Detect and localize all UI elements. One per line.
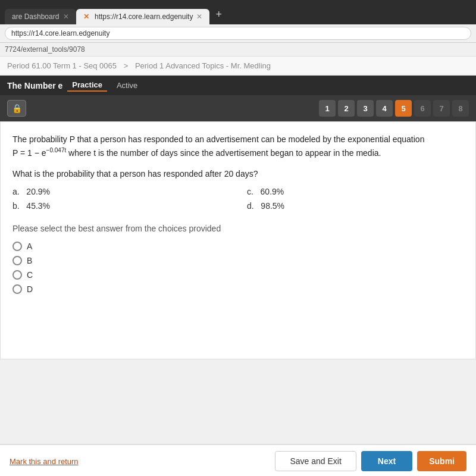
edgenuity-icon: ✕ — [83, 12, 89, 21]
q-num-4[interactable]: 4 — [376, 100, 393, 117]
tab-dashboard-label: are Dashboard — [12, 12, 59, 21]
bottom-right-buttons: Save and Exit Next Submi — [275, 451, 466, 471]
choice-b-text: 45.3% — [26, 201, 50, 211]
choice-c-text: 60.9% — [261, 187, 284, 196]
radio-label-C: C — [27, 270, 33, 280]
tab-edgenuity[interactable]: ✕ https://r14.core.learn.edgenuity ✕ — [76, 9, 209, 24]
bottom-bar: Mark this and return Save and Exit Next … — [0, 444, 476, 476]
choice-b-label: b. — [12, 201, 20, 211]
radio-options: A B C D — [12, 242, 464, 294]
page-content: 7724/external_tools/9078 Period 61.00 Te… — [0, 43, 476, 476]
quiz-header: The Number e Practice Active — [0, 76, 476, 95]
exponent: −0.047t — [46, 147, 67, 154]
browser-chrome: are Dashboard ✕ ✕ https://r14.core.learn… — [0, 0, 476, 43]
save-exit-button[interactable]: Save and Exit — [275, 451, 356, 471]
question-area: The probability P that a person has resp… — [0, 121, 476, 359]
choice-a-label: a. — [12, 187, 20, 196]
address-bar — [0, 24, 476, 43]
radio-label-A: A — [27, 242, 32, 251]
radio-circle-C — [12, 270, 22, 280]
tab-practice[interactable]: Practice — [67, 79, 107, 92]
q-num-1[interactable]: 1 — [319, 100, 336, 117]
tab-edgenuity-close[interactable]: ✕ — [196, 12, 202, 21]
q-num-8[interactable]: 8 — [452, 100, 469, 117]
radio-label-B: B — [27, 256, 32, 265]
q-num-6[interactable]: 6 — [414, 100, 431, 117]
radio-A[interactable]: A — [12, 242, 464, 251]
choice-d-label: d. — [247, 201, 254, 211]
radio-circle-B — [12, 256, 22, 265]
sub-question: What is the probability that a person ha… — [12, 169, 464, 178]
choice-a-text: 20.9% — [26, 187, 50, 196]
breadcrumb: Period 61.00 Term 1 - Seq 0065 > Period … — [0, 57, 476, 76]
q-num-5[interactable]: 5 — [395, 100, 412, 117]
lock-icon[interactable]: 🔒 — [7, 100, 26, 117]
quiz-title: The Number e — [7, 81, 62, 90]
next-button[interactable]: Next — [361, 451, 412, 471]
radio-B[interactable]: B — [12, 256, 464, 265]
choice-b: b. 45.3% — [12, 200, 229, 212]
new-tab-button[interactable]: + — [209, 5, 228, 24]
address-input[interactable] — [5, 27, 471, 40]
question-description: The probability P that a person has resp… — [12, 133, 464, 159]
description-line3: where t is the number of days since the … — [66, 148, 381, 158]
q-num-3[interactable]: 3 — [357, 100, 374, 117]
tab-edgenuity-label: https://r14.core.learn.edgenuity — [95, 12, 193, 21]
submit-button[interactable]: Submi — [417, 451, 466, 471]
tab-bar: are Dashboard ✕ ✕ https://r14.core.learn… — [0, 0, 476, 24]
radio-C[interactable]: C — [12, 270, 464, 280]
choice-d: d. 98.5% — [247, 200, 464, 212]
question-numbers: 1 2 3 4 5 6 7 8 — [319, 100, 469, 117]
tab-active[interactable]: Active — [112, 80, 142, 91]
tab-dashboard[interactable]: are Dashboard ✕ — [5, 9, 76, 24]
mark-return-link[interactable]: Mark this and return — [10, 457, 79, 466]
choice-a: a. 20.9% — [12, 186, 229, 198]
quiz-toolbar: 🔒 1 2 3 4 5 6 7 8 — [0, 95, 476, 121]
q-num-2[interactable]: 2 — [338, 100, 355, 117]
choice-c: c. 60.9% — [247, 186, 464, 198]
select-prompt: Please select the best answer from the c… — [12, 224, 464, 233]
radio-label-D: D — [27, 284, 33, 294]
quiz-container: The Number e Practice Active 🔒 1 2 3 4 5… — [0, 76, 476, 359]
radio-circle-A — [12, 242, 22, 251]
choice-d-text: 98.5% — [261, 201, 284, 211]
radio-D[interactable]: D — [12, 284, 464, 294]
tab-dashboard-close[interactable]: ✕ — [63, 12, 69, 21]
choice-c-label: c. — [247, 187, 253, 196]
radio-circle-D — [12, 284, 22, 294]
answer-choices: a. 20.9% c. 60.9% b. 45.3% d. 98.5% — [12, 186, 464, 212]
q-num-7[interactable]: 7 — [433, 100, 450, 117]
url-display: 7724/external_tools/9078 — [0, 43, 476, 57]
